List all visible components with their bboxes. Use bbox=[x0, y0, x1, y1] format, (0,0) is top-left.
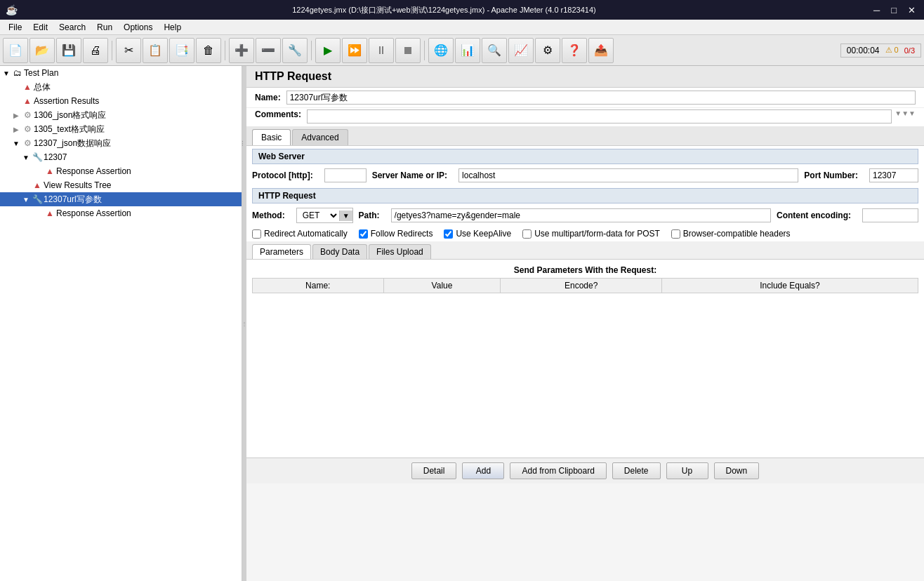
toolbar-report[interactable]: 📈 bbox=[508, 38, 534, 63]
toolbar-clear[interactable]: 🌐 bbox=[428, 38, 454, 63]
sub-tab-files-upload[interactable]: Files Upload bbox=[369, 244, 431, 259]
menu-bar: File Edit Search Run Options Help bbox=[0, 20, 924, 35]
panel-resize-handle[interactable]: ··· bbox=[239, 140, 242, 146]
method-arrow-icon[interactable]: ▼ bbox=[339, 211, 352, 221]
toolbar-run[interactable]: ▶ bbox=[315, 38, 341, 63]
path-input[interactable] bbox=[391, 208, 771, 222]
comments-input[interactable] bbox=[307, 109, 892, 123]
toolbar-sep2 bbox=[225, 41, 225, 60]
sub-tab-parameters[interactable]: Parameters bbox=[252, 244, 311, 259]
menu-help[interactable]: Help bbox=[158, 21, 187, 34]
toolbar-add[interactable]: ➕ bbox=[229, 38, 254, 63]
title-bar: ☕ 1224getyes.jmx (D:\接口测试+web测试\1224gety… bbox=[0, 0, 924, 20]
redirect-auto-checkbox-label[interactable]: Redirect Automatically bbox=[252, 229, 348, 239]
keep-alive-checkbox-label[interactable]: Use KeepAlive bbox=[444, 229, 511, 239]
tree-item-1306[interactable]: ▶ ⚙ 1306_json格式响应 bbox=[0, 108, 242, 122]
tree-item-1305[interactable]: ▶ ⚙ 1305_text格式响应 bbox=[0, 122, 242, 136]
icon-view-results: ▲ bbox=[31, 180, 44, 190]
minimize-button[interactable]: ─ bbox=[871, 5, 883, 15]
keep-alive-label: Use KeepAlive bbox=[456, 229, 511, 239]
down-button[interactable]: Down bbox=[714, 462, 760, 479]
redirect-auto-checkbox[interactable] bbox=[252, 229, 261, 239]
toolbar-help[interactable]: ❓ bbox=[562, 38, 587, 63]
follow-redirects-checkbox-label[interactable]: Follow Redirects bbox=[359, 229, 433, 239]
toggle-1306[interactable]: ▶ bbox=[11, 112, 21, 119]
icon-test-plan: 🗂 bbox=[11, 68, 24, 78]
toolbar-paste[interactable]: 📑 bbox=[169, 38, 194, 63]
toolbar-run-no-pause[interactable]: ⏩ bbox=[342, 38, 367, 63]
toolbar-settings[interactable]: 🔧 bbox=[282, 38, 308, 63]
menu-options[interactable]: Options bbox=[118, 21, 158, 34]
sub-tab-body-data[interactable]: Body Data bbox=[312, 244, 367, 259]
toolbar-open[interactable]: 📂 bbox=[29, 38, 55, 63]
toolbar-export[interactable]: 📤 bbox=[588, 38, 614, 63]
toolbar-config[interactable]: ⚙ bbox=[535, 38, 560, 63]
method-select[interactable]: GET POST PUT DELETE HEAD bbox=[297, 208, 339, 222]
toggle-1305[interactable]: ▶ bbox=[11, 126, 21, 133]
tree-item-12307[interactable]: ▼ 🔧 12307 bbox=[0, 150, 242, 164]
toolbar-new[interactable]: 📄 bbox=[3, 38, 28, 63]
toolbar-sep1 bbox=[112, 41, 112, 60]
parameters-section: Send Parameters With the Request: Name: … bbox=[246, 260, 924, 296]
protocol-input[interactable] bbox=[324, 168, 367, 182]
close-button[interactable]: ✕ bbox=[905, 5, 918, 15]
up-button[interactable]: Up bbox=[666, 462, 708, 479]
port-input[interactable] bbox=[869, 168, 918, 182]
toolbar-delete[interactable]: 🗑 bbox=[196, 38, 221, 63]
toggle-12307[interactable]: ▼ bbox=[21, 154, 31, 161]
toolbar-remove[interactable]: ➖ bbox=[256, 38, 281, 63]
tree-item-view-results[interactable]: ▲ View Results Tree bbox=[0, 178, 242, 192]
name-input[interactable] bbox=[286, 91, 916, 105]
tree-item-response-assertion2[interactable]: ▲ Response Assertion bbox=[0, 206, 242, 220]
http-request-row: Method: GET POST PUT DELETE HEAD ▼ Path:… bbox=[246, 205, 924, 226]
menu-file[interactable]: File bbox=[3, 21, 27, 34]
tree-item-test-plan[interactable]: ▼ 🗂 Test Plan bbox=[0, 66, 242, 80]
label-1307-group: 12307_json数据响应 bbox=[34, 138, 111, 149]
path-label: Path: bbox=[359, 211, 380, 220]
tree-item-response-assertion1[interactable]: ▲ Response Assertion bbox=[0, 164, 242, 178]
toolbar-cut[interactable]: ✂ bbox=[116, 38, 141, 63]
multipart-checkbox-label[interactable]: Use multipart/form-data for POST bbox=[522, 229, 660, 239]
add-button[interactable]: Add bbox=[462, 462, 504, 479]
toolbar-save[interactable]: 💾 bbox=[56, 38, 81, 63]
maximize-button[interactable]: □ bbox=[888, 5, 899, 15]
toolbar-error: 0/3 bbox=[904, 46, 915, 55]
tree-item-1307-group[interactable]: ▼ ⚙ 12307_json数据响应 bbox=[0, 136, 242, 150]
tree-item-zongjie[interactable]: ▲ 总体 bbox=[0, 80, 242, 94]
detail-button[interactable]: Detail bbox=[411, 462, 457, 479]
delete-button[interactable]: Delete bbox=[612, 462, 661, 479]
toolbar-search[interactable]: 🔍 bbox=[482, 38, 507, 63]
menu-search[interactable]: Search bbox=[53, 21, 91, 34]
menu-run[interactable]: Run bbox=[91, 21, 118, 34]
multipart-checkbox[interactable] bbox=[522, 229, 532, 239]
menu-edit[interactable]: Edit bbox=[27, 21, 53, 34]
web-server-row: Protocol [http]: Server Name or IP: Port… bbox=[246, 166, 924, 185]
encoding-label: Content encoding: bbox=[777, 211, 851, 220]
icon-1307-group: ⚙ bbox=[21, 138, 34, 148]
add-clipboard-button[interactable]: Add from Clipboard bbox=[510, 462, 606, 479]
toggle-test-plan[interactable]: ▼ bbox=[1, 69, 11, 77]
params-table: Name: Value Encode? Include Equals? bbox=[252, 278, 918, 293]
follow-redirects-checkbox[interactable] bbox=[359, 229, 368, 239]
toolbar-copy[interactable]: 📋 bbox=[143, 38, 168, 63]
toggle-1307-group[interactable]: ▼ bbox=[11, 140, 21, 147]
tree-item-assertion-results[interactable]: ▲ Assertion Results bbox=[0, 94, 242, 108]
server-input[interactable] bbox=[458, 168, 798, 182]
toolbar-clear-all[interactable]: 📊 bbox=[455, 38, 480, 63]
tab-basic[interactable]: Basic bbox=[252, 129, 291, 145]
toggle-assertion bbox=[11, 98, 21, 105]
encoding-input[interactable] bbox=[862, 208, 918, 222]
browser-headers-checkbox-label[interactable]: Browser-compatible headers bbox=[671, 229, 791, 239]
browser-headers-checkbox[interactable] bbox=[671, 229, 680, 239]
keep-alive-checkbox[interactable] bbox=[444, 229, 453, 239]
toolbar-sep3 bbox=[311, 41, 312, 60]
label-test-plan: Test Plan bbox=[24, 68, 58, 78]
toolbar-stop[interactable]: ⏸ bbox=[369, 38, 394, 63]
tab-advanced[interactable]: Advanced bbox=[292, 129, 348, 145]
toggle-12307url[interactable]: ▼ bbox=[21, 196, 31, 203]
tree-item-12307url[interactable]: ▼ 🔧 12307url写参数 bbox=[0, 192, 242, 206]
toolbar-saveas[interactable]: 🖨 bbox=[83, 38, 108, 63]
window-title: 1224getyes.jmx (D:\接口测试+web测试\1224getyes… bbox=[18, 5, 871, 15]
toolbar-shutdown[interactable]: ⏹ bbox=[395, 38, 421, 63]
label-12307url: 12307url写参数 bbox=[44, 194, 102, 206]
